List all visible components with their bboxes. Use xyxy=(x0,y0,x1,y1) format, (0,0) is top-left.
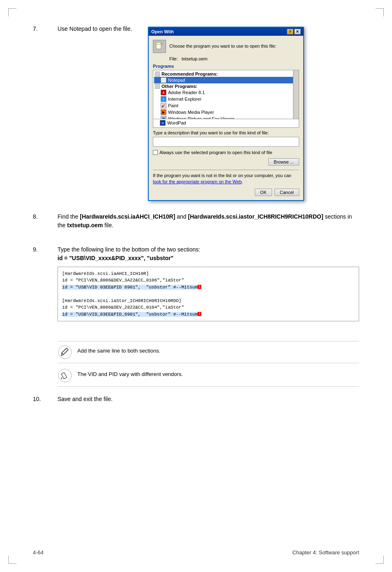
note-2-row: The VID and PID vary with different vend… xyxy=(58,365,359,387)
desc-label: Type a description that you want to use … xyxy=(153,130,299,135)
footer-left: 4-64 xyxy=(33,549,44,556)
page-footer: 4-64 Chapter 4: Software support xyxy=(33,549,359,556)
step-9-content: Type the following line to the bottom of… xyxy=(58,245,359,330)
checkbox-label: Always use the selected program to open … xyxy=(159,150,272,155)
dialog-header-text: Choose the program you want to use to op… xyxy=(169,43,277,49)
svg-rect-2 xyxy=(156,44,161,44)
programs-label: Programs xyxy=(153,64,299,69)
notes-section: Add the same line to both sections. The … xyxy=(58,341,359,387)
photo-item[interactable]: 🖼 Windows Picture and Fax Viewer xyxy=(154,115,298,119)
dialog-body: Choose the program you want to use to op… xyxy=(149,36,303,200)
step-10-row: 10. Save and exit the file. xyxy=(33,395,359,408)
code-line7: id = "USB\VID_03EE&PID_6901", "usbstor" … xyxy=(62,312,201,317)
other-label: Other Programs: xyxy=(161,84,197,89)
svg-point-5 xyxy=(58,346,71,359)
list-scrollbar[interactable] xyxy=(293,70,299,119)
adobe-icon: A xyxy=(161,90,166,95)
step-9-row: 9. Type the following line to the bottom… xyxy=(33,245,359,330)
browse-row: Browse ... xyxy=(153,158,299,166)
dialog-title: Open With xyxy=(151,29,174,34)
dialog-header-line: Choose the program you want to use to op… xyxy=(169,43,277,49)
programs-listbox[interactable]: Recommended Programs: 📄 Notepad Other Pr… xyxy=(153,70,299,119)
step-7-number: 7. xyxy=(33,25,58,32)
svg-rect-0 xyxy=(156,42,161,49)
paint-icon: 🖌 xyxy=(161,103,166,108)
browse-button[interactable]: Browse ... xyxy=(268,158,299,166)
adobe-item[interactable]: A Adobe Reader 8.1 xyxy=(154,89,298,96)
recommended-category: Recommended Programs: xyxy=(154,71,298,77)
corner-mark-br xyxy=(376,556,384,564)
note-2-text: The VID and PID vary with different vend… xyxy=(77,368,183,378)
file-icon xyxy=(153,40,166,53)
wmp-item[interactable]: ▶ Windows Media Player xyxy=(154,109,298,115)
close-button[interactable]: ✕ xyxy=(294,29,301,35)
file-label: File: xyxy=(169,56,178,61)
step-8-pre: Find the xyxy=(58,213,80,220)
step-8-text: Find the [HardwareIds.scsi.iaAHCI_ICH10R… xyxy=(58,212,359,230)
svg-point-12 xyxy=(58,369,71,382)
other-category: Other Programs: xyxy=(154,83,298,89)
dialog-link-text: If the program you want is not in the li… xyxy=(153,173,299,185)
step-8-filename: txtsetup.oem xyxy=(67,222,103,228)
corner-mark-tr xyxy=(376,8,384,16)
dialog-header-row: Choose the program you want to use to op… xyxy=(153,40,299,53)
notepad-label: Notepad xyxy=(168,78,185,83)
code-block: [HardwareIds.scsi.iaAHCI_ICH10R] id = "P… xyxy=(58,267,359,322)
footer-right: Chapter 4: Software support xyxy=(292,549,359,556)
photo-label: Windows Picture and Fax Viewer xyxy=(168,116,234,119)
photo-icon: 🖼 xyxy=(161,116,166,119)
wordpad-icon: W xyxy=(160,120,166,126)
step-8-content: Find the [HardwareIds.scsi.iaAHCI_ICH10R… xyxy=(58,212,359,234)
corner-mark-tl xyxy=(8,8,16,16)
notepad-icon: 📄 xyxy=(161,77,166,83)
note-1-text: Add the same line to both sections. xyxy=(77,345,160,355)
step-8-section1: [HardwareIds.scsi.iaAHCI_ICH10R] xyxy=(80,213,175,220)
step-9-code: id = "USB\VID_xxxx&PID_xxxx", "usbstor" xyxy=(58,255,173,261)
wmp-label: Windows Media Player xyxy=(168,110,214,115)
step-9-pre: Type the following line to the bottom of… xyxy=(58,246,200,253)
ie-item[interactable]: e Internet Explorer xyxy=(154,96,298,102)
code-line5: [HardwareIds.scsi.iaStor_ICH8RICH9RICH10… xyxy=(62,298,181,303)
web-link[interactable]: look for the appropriate program on the … xyxy=(153,179,242,184)
step-9-number: 9. xyxy=(33,245,58,253)
notepad-item[interactable]: 📄 Notepad xyxy=(154,77,298,83)
ie-icon: e xyxy=(161,96,166,102)
step-8-row: 8. Find the [HardwareIds.scsi.iaAHCI_ICH… xyxy=(33,212,359,234)
desc-input[interactable] xyxy=(153,137,299,147)
wmp-icon: ▶ xyxy=(161,109,166,115)
code-line3: id = "USB\VID 03EE&PID 6901", "usbstor" … xyxy=(62,285,201,290)
dialog-titlebar: Open With ? ✕ xyxy=(149,28,303,36)
dialog-footer-buttons: OK Cancel xyxy=(153,189,299,196)
wordpad-item[interactable]: W WordPad xyxy=(153,119,299,128)
wordpad-label: WordPad xyxy=(167,120,186,125)
step-9-text: Type the following line to the bottom of… xyxy=(58,245,359,263)
cancel-button[interactable]: Cancel xyxy=(274,189,299,196)
step-7-text: Use Notepad to open the file. xyxy=(58,25,140,33)
note-1-row: Add the same line to both sections. xyxy=(58,341,359,363)
step-10-text: Save and exit the file. xyxy=(58,395,359,404)
step-8-end: file. xyxy=(103,222,113,228)
step-10-number: 10. xyxy=(33,395,58,402)
step-7-content: Use Notepad to open the file. Open With … xyxy=(58,25,359,201)
paint-label: Paint xyxy=(168,103,178,108)
open-with-dialog: Open With ? ✕ Choose the program xyxy=(148,27,304,201)
ie-label: Internet Explorer xyxy=(168,97,201,101)
dialog-titlebar-buttons: ? ✕ xyxy=(287,29,301,35)
step-8-mid: and xyxy=(175,213,188,220)
step-8-number: 8. xyxy=(33,212,58,220)
ok-button[interactable]: OK xyxy=(255,189,272,196)
code-line6: id = "PCI\VEN_8086&DEV_2822&CC_0104","ia… xyxy=(62,305,184,310)
svg-rect-3 xyxy=(155,72,160,76)
help-button[interactable]: ? xyxy=(287,29,293,35)
dialog-divider xyxy=(153,170,299,170)
file-name: txtsetup.oem xyxy=(182,56,208,61)
dialog-file-line: File: txtsetup.oem xyxy=(169,56,299,61)
step-7-row: 7. Use Notepad to open the file. Open Wi… xyxy=(33,25,359,201)
checkbox-row: Always use the selected program to open … xyxy=(153,150,299,155)
adobe-label: Adobe Reader 8.1 xyxy=(168,90,205,95)
paint-item[interactable]: 🖌 Paint xyxy=(154,102,298,109)
note-1-icon xyxy=(58,345,72,360)
recommended-label: Recommended Programs: xyxy=(161,72,218,76)
always-use-checkbox[interactable] xyxy=(153,150,158,155)
svg-rect-4 xyxy=(155,84,160,89)
